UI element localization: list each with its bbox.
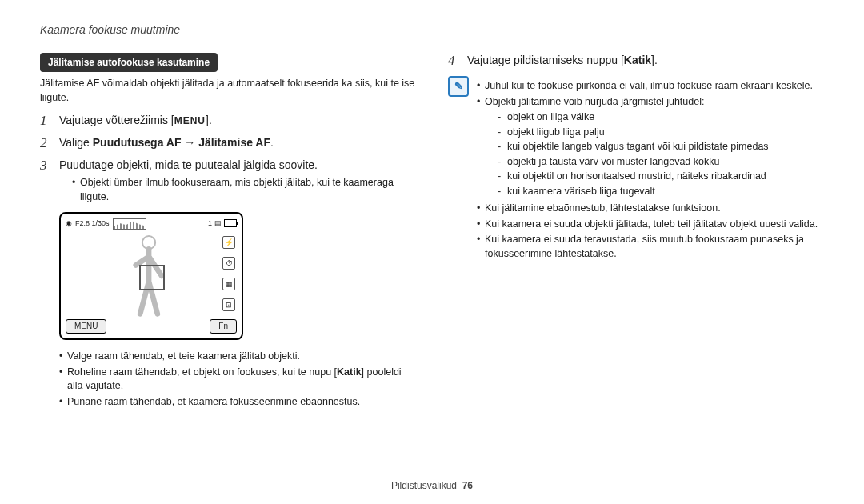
step-2-bold-1: Puudutusega AF	[93, 136, 182, 149]
battery-icon	[224, 219, 237, 227]
note-sub-dash: kui objektile langeb valgus tagant või k…	[498, 140, 824, 154]
camera-lcd-preview: ◉ F2.8 1/30s 1 ▤ ⚡ ⏱ ▦ ⊡	[59, 212, 243, 340]
step-4-pre: Vajutage pildistamiseks nuppu [	[467, 54, 624, 66]
katik-bold: Katik	[337, 366, 362, 378]
step-2-bold-2: Jälitamise AF	[198, 136, 270, 149]
note-bullet: Kui kaamera ei suuda teravustada, siis m…	[477, 233, 824, 261]
footer-page-number: 76	[462, 480, 473, 491]
note-bullet: Objekti jälitamine võib nurjuda järgmist…	[477, 95, 824, 199]
focus-frame	[139, 265, 165, 290]
menu-icon: MENU	[174, 114, 206, 128]
flash-icon: ⚡	[222, 236, 235, 249]
note-bullet: Kui kaamera ei suuda objekti jälitada, t…	[477, 218, 824, 232]
arrow-icon: →	[181, 136, 198, 149]
step-1-after: ].	[206, 114, 212, 126]
note-sub-dash: kui kaamera väriseb liiga tugevalt	[498, 185, 824, 199]
sd-card-icon: ▤	[214, 218, 222, 229]
step-1-text: Vajutage võtterežiimis [	[59, 114, 174, 126]
note-bullet: Kui jälitamine ebaõnnestub, lähtestataks…	[477, 202, 824, 216]
step-3: 3 Puudutage objekti, mida te puutealal j…	[40, 158, 416, 205]
focus-mode-icon: ⊡	[222, 298, 235, 311]
shot-count: 1	[208, 218, 212, 229]
frame-meaning-green: Roheline raam tähendab, et objekt on foo…	[59, 366, 416, 394]
exposure-readout: F2.8 1/30s	[75, 218, 110, 229]
frame-meaning-white: Valge raam tähendab, et teie kaamera jäl…	[59, 350, 416, 364]
left-column: Jälitamise autofookuse kasutamine Jälita…	[40, 53, 416, 411]
intro-text: Jälitamise AF võimaldab objekti jälitada…	[40, 77, 416, 105]
step-number: 2	[40, 134, 47, 153]
step-2-end: .	[270, 136, 274, 149]
note-sub-dash: objekt liigub liiga palju	[498, 126, 824, 140]
step-3-bullet: Objekti ümber ilmub fookuseraam, mis obj…	[72, 176, 416, 204]
footer-section: Pildistusvalikud	[391, 480, 457, 491]
frame-meaning-red: Punane raam tähendab, et kaamera fokusse…	[59, 395, 416, 410]
timer-icon: ⏱	[222, 257, 235, 270]
katik-bold: Katik	[624, 54, 651, 66]
step-4-post: ].	[651, 54, 658, 66]
step-number: 1	[40, 111, 47, 130]
step-number: 3	[40, 156, 47, 175]
right-column: 4 Vajutage pildistamiseks nuppu [Katik].…	[448, 53, 824, 411]
breadcrumb: Kaamera fookuse muutmine	[40, 22, 824, 38]
histogram-icon	[113, 218, 146, 230]
page-footer: Pildistusvalikud 76	[0, 479, 864, 493]
step-2-pre: Valige	[59, 136, 93, 149]
softkey-fn: Fn	[210, 319, 237, 334]
note-sub-dash: objekt on liiga väike	[498, 110, 824, 125]
softkey-menu: MENU	[66, 319, 106, 334]
step-2: 2 Valige Puudutusega AF → Jälitamise AF.	[40, 135, 416, 151]
step-4: 4 Vajutage pildistamiseks nuppu [Katik].	[448, 53, 824, 69]
note-sub-dash: kui objektil on horisontaalsed mustrid, …	[498, 170, 824, 184]
step-number: 4	[448, 51, 455, 70]
section-subtitle: Jälitamise autofookuse kasutamine	[40, 53, 218, 73]
text: Objekti jälitamine võib nurjuda järgmist…	[485, 96, 704, 107]
mode-dial-icon: ◉	[66, 218, 72, 229]
text: Roheline raam tähendab, et objekt on foo…	[67, 366, 337, 378]
grid-icon: ▦	[222, 278, 235, 290]
note-bullet: Juhul kui te fookuse piirkonda ei vali, …	[477, 79, 824, 94]
note-sub-dash: objekti ja tausta värv või muster langev…	[498, 155, 824, 170]
step-3-text: Puudutage objekti, mida te puutealal jäl…	[59, 158, 318, 171]
note-icon: ✎	[448, 76, 469, 97]
step-1: 1 Vajutage võtterežiimis [MENU].	[40, 113, 416, 129]
note-box: ✎ Juhul kui te fookuse piirkonda ei vali…	[448, 76, 824, 262]
